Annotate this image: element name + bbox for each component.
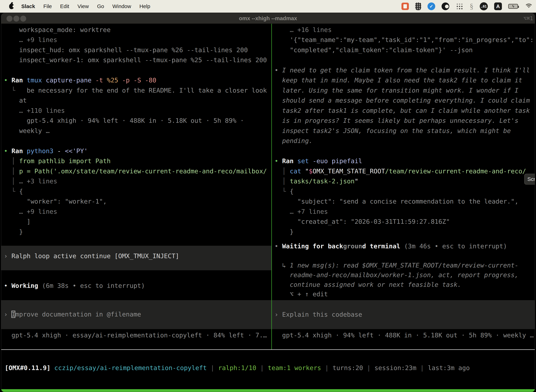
terminal-line: keep that in mind. Maybe I also need the… [274,75,535,85]
terminal-line: • Waiting for background terminal (3m 46… [274,241,535,251]
terminal-line: "completed","claim_token":"claim-token"}… [274,45,535,55]
terminal-line: should send a message before completing … [274,95,535,106]
terminal-line: '{"team_name":"my-team","task_id":"1","f… [274,35,535,45]
menu-item-slack[interactable]: Slack [21,3,35,9]
terminal-line: gpt-5.4 xhigh · 94% left · 488K in · 5.1… [274,330,535,340]
squiggle-icon[interactable]: § [470,2,474,10]
terminal-line: at [4,95,271,106]
terminal-line: inspect_worker-1: omx sparkshell --tmux-… [4,55,271,65]
terminal-line: │ p = Path('.omx/state/team/review-curre… [4,166,271,176]
terminal-window: omx --xhigh --madmax ⌥⌘1 workspace_mode:… [1,13,535,392]
terminal-line: task2 after task1 is complete, but can I… [274,106,535,116]
terminal-line: } [274,227,535,237]
terminal-line: inspect_hud: omx sparkshell --tmux-pane … [4,45,271,55]
terminal-line: gpt-5.4 xhigh · essay/ai-reimplementatio… [4,330,271,340]
terminal-line: │ cat "$OMX_TEAM_STATE_ROOT/team/review-… [274,166,535,176]
menu-items: SlackFileEditViewGoWindowHelp [21,3,158,9]
terminal-line: … +9 lines [4,35,271,45]
terminal-line: • I need to get the claim token from the… [274,65,535,75]
terminal-line: inspect task2's JSON, focusing on the st… [274,126,535,136]
battery-charging-icon[interactable]: ϟ [508,4,518,9]
window-shortcut-hint: ⌥⌘1 [523,13,533,24]
terminal-line: • Ran tmux capture-pane -t %25 -p -S -80 [4,75,271,85]
terminal-line: └ be necessary for the end of the README… [4,85,271,96]
pie-icon[interactable] [442,2,449,10]
omx-status-line: [OMX#0.11.9] cczip/essay/ai-reimplementa… [5,363,470,373]
menu-item-view[interactable]: View [77,3,89,9]
terminal-line: └ { [274,186,535,196]
chat-icon[interactable] [402,3,409,10]
dots-grid-icon[interactable] [456,2,463,10]
terminal-line: • Working (6m 38s • esc to interrupt) [4,281,271,291]
terminal-line: ⌥ + ↑ edit [274,289,535,299]
terminal-line: readme-and-reco/mailbox/worker-1.json, a… [274,270,535,280]
apple-icon[interactable] [9,4,14,9]
tmux-pane-left[interactable]: workspace_mode: worktree … +9 lines insp… [1,24,271,349]
wifi-icon[interactable] [524,3,533,10]
terminal-line: } [4,227,271,237]
menu-status-icons: ✓ § ..61 A ϟ [402,0,533,13]
terminal-line: workspace_mode: worktree [4,25,271,35]
tmux-pane-right[interactable]: … +16 lines '{"team_name":"my-team","tas… [272,24,535,349]
terminal-line: │ … +3 lines [4,176,271,186]
terminal-line: pending. [274,136,535,146]
screen-tooltip: Scre [524,174,535,185]
terminal-line: › Ralph loop active continue [OMX_TMUX_I… [4,251,271,261]
terminal-line: • Ran set -euo pipefail [274,156,535,166]
terminal-line: "worker": "worker-1", [4,196,271,206]
menu-item-go[interactable]: Go [97,3,104,9]
terminal-line: weekly … [4,126,271,136]
terminal-line: └ { [4,186,271,196]
terminal-content: workspace_mode: worktree … +9 lines insp… [1,24,535,392]
terminal-line: … +110 lines [4,106,271,116]
shield-icon[interactable] [415,2,421,10]
letter-a-icon[interactable]: A [494,2,502,10]
omx-status-pane: [OMX#0.11.9] cczip/essay/ai-reimplementa… [1,360,535,392]
terminal-line: │ from pathlib import Path [4,156,271,166]
menu-item-file[interactable]: File [43,3,52,9]
check-badge-icon[interactable]: ✓ [427,2,435,10]
tmux-host-clock: "MacBook-Pro-44.local" 05:03 31-Mar-26 [389,389,534,392]
terminal-line: is in progress? It seems likely but perh… [274,116,535,126]
terminal-line: ↳ 1 new msg(s): read $OMX_TEAM_STATE_ROO… [274,260,535,271]
menu-item-help[interactable]: Help [139,3,150,9]
pane-divider-horizontal[interactable] [1,349,535,350]
menu-item-edit[interactable]: Edit [60,3,69,9]
terminal-line: continue assigned work or next feasible … [274,280,535,290]
terminal-line: › Explain this codebase [274,309,535,320]
menu-item-window[interactable]: Window [112,3,131,9]
terminal-line: … +7 lines [274,206,535,217]
tmux-session-label: [omx-cczip0:bash* [3,389,68,392]
terminal-line: … +9 lines [4,206,271,217]
menu-bar: SlackFileEditViewGoWindowHelp ✓ § ..61 A… [0,0,536,13]
terminal-line: gpt-5.4 xhigh · 94% left · 488K in · 5.1… [4,116,271,126]
terminal-line: later. Using the same for transition mig… [274,85,535,96]
terminal-line: │ tasks/task-2.json" [274,176,535,186]
terminal-line: › Improve documentation in @filename [4,309,271,319]
badge-61-icon[interactable]: ..61 [480,2,488,10]
terminal-line: "created_at": "2026-03-31T11:59:27.816Z" [274,217,535,227]
terminal-line: "subject": "send a concise recommendatio… [274,196,535,206]
window-title: omx --xhigh --madmax [1,13,535,24]
tmux-status-bar: [omx-cczip0:bash* "MacBook-Pro-44.local"… [1,389,535,392]
terminal-line: ] [4,217,271,227]
terminal-line: • Ran python3 - <<'PY' [4,146,271,156]
window-titlebar[interactable]: omx --xhigh --madmax ⌥⌘1 [1,13,535,24]
terminal-line: … +16 lines [274,25,535,35]
